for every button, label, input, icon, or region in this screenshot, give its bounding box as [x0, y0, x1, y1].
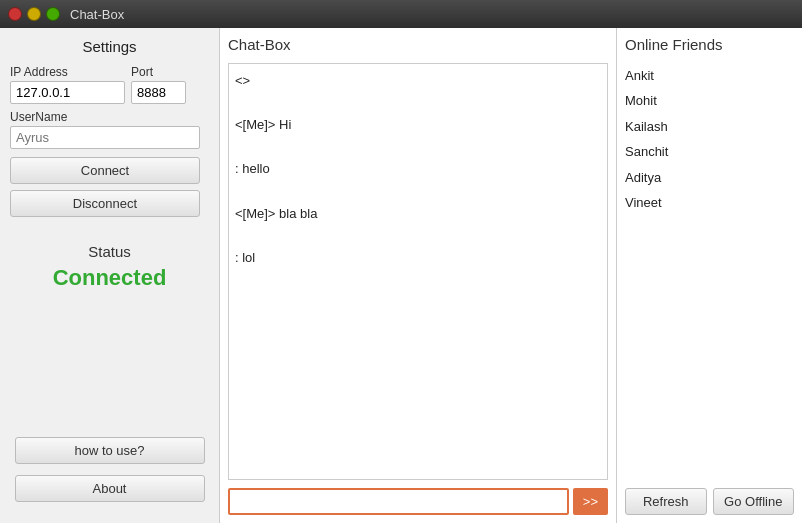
settings-title: Settings — [10, 38, 209, 55]
titlebar: Chat-Box — [0, 0, 802, 28]
chat-title: Chat-Box — [228, 36, 608, 57]
port-input[interactable] — [131, 81, 186, 104]
chat-message: : hello — [235, 158, 601, 180]
list-item: Vineet — [625, 190, 794, 215]
refresh-button[interactable]: Refresh — [625, 488, 707, 515]
list-item: Sanchit — [625, 139, 794, 164]
connect-button[interactable]: Connect — [10, 157, 200, 184]
port-label: Port — [131, 65, 186, 79]
minimize-button[interactable] — [27, 7, 41, 21]
online-friends-title: Online Friends — [625, 36, 794, 57]
go-offline-button[interactable]: Go Offline — [713, 488, 795, 515]
titlebar-buttons — [8, 7, 60, 21]
left-panel: Settings IP Address Port UserName Connec… — [0, 28, 220, 523]
list-item: Ankit — [625, 63, 794, 88]
list-item: Mohit — [625, 88, 794, 113]
window-title: Chat-Box — [70, 7, 124, 22]
send-button[interactable]: >> — [573, 488, 608, 515]
username-group: UserName — [10, 110, 209, 157]
ip-input[interactable] — [10, 81, 125, 104]
chat-message: <[Me]> Hi — [235, 114, 601, 136]
close-button[interactable] — [8, 7, 22, 21]
status-value: Connected — [10, 265, 209, 291]
username-label: UserName — [10, 110, 209, 124]
chat-input[interactable] — [228, 488, 569, 515]
chat-message: <> — [235, 70, 601, 92]
howto-button[interactable]: how to use? — [15, 437, 205, 464]
about-button[interactable]: About — [15, 475, 205, 502]
online-actions: Refresh Go Offline — [625, 488, 794, 515]
chat-area[interactable]: <><[Me]> Hi: hello<[Me]> bla bla: lol — [228, 63, 608, 480]
ip-label: IP Address — [10, 65, 125, 79]
middle-panel: Chat-Box <><[Me]> Hi: hello<[Me]> bla bl… — [220, 28, 617, 523]
chat-input-row: >> — [228, 488, 608, 515]
right-panel: Online Friends AnkitMohitKailashSanchitA… — [617, 28, 802, 523]
port-group: Port — [131, 65, 186, 104]
status-section: Status Connected — [10, 243, 209, 291]
ip-port-row: IP Address Port — [10, 65, 209, 104]
chat-message: : lol — [235, 247, 601, 269]
ip-group: IP Address — [10, 65, 125, 104]
main-layout: Settings IP Address Port UserName Connec… — [0, 28, 802, 523]
bottom-buttons: how to use? About — [10, 437, 209, 513]
friends-list: AnkitMohitKailashSanchitAdityaVineet — [625, 63, 794, 480]
status-label: Status — [10, 243, 209, 260]
maximize-button[interactable] — [46, 7, 60, 21]
list-item: Aditya — [625, 165, 794, 190]
list-item: Kailash — [625, 114, 794, 139]
chat-message: <[Me]> bla bla — [235, 203, 601, 225]
username-input[interactable] — [10, 126, 200, 149]
disconnect-button[interactable]: Disconnect — [10, 190, 200, 217]
